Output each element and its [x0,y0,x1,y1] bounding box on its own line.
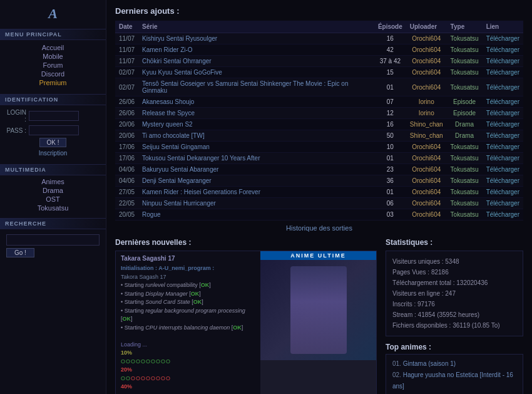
cell-date: 02/07 [115,67,138,78]
table-row: 20/06 Mystery queen S2 16 Shino_chan Dra… [115,119,523,130]
cell-uploader: Iorino [406,96,447,108]
cell-serie: Release the Spyce [138,108,374,119]
col-type: Type [447,21,483,33]
cell-lien: Télécharger [483,33,523,44]
serie-link[interactable]: Bakuryuu Sentai Abaranger [142,166,218,173]
cell-uploader: Orochi604 [406,78,447,96]
nav-mobile[interactable]: Mobile [43,53,63,60]
search-input[interactable] [6,234,100,246]
serie-link[interactable]: Akanesasu Shoujo [142,98,194,105]
go-button[interactable]: Go ! [6,248,34,257]
cell-serie: Kamen Rider : Heisei Generations Forever [138,187,374,198]
table-row: 22/05 Ninpuu Sentai Hurricanger 06 Oroch… [115,198,523,209]
serie-link[interactable]: Tokusou Sentai Dekaranger 10 Years After [142,155,260,162]
cell-date: 20/06 [115,130,138,142]
telecharger-link[interactable]: Télécharger [486,155,519,162]
telecharger-link[interactable]: Télécharger [486,84,519,91]
cell-episode: 01 [374,153,406,164]
serie-link[interactable]: Mystery queen S2 [142,121,193,128]
nav-links: Accueil Mobile Forum Discord Premium [0,40,106,90]
serie-link[interactable]: Kishiryu Sentai Ryusoulger [142,35,217,42]
serie-link[interactable]: Tensô Sentai Goseiger vs Samurai Sentai … [142,80,348,94]
historique-link[interactable]: Historique des sorties [286,224,352,232]
telecharger-link[interactable]: Télécharger [486,143,519,150]
search-section: Go ! [0,229,106,260]
telecharger-link[interactable]: Télécharger [486,166,519,173]
stats-section: Statistiques : Visiteurs uniques : 5348 … [386,238,523,394]
login-row: LOGIN : [6,109,100,123]
historique-link-wrapper: Historique des sorties [115,224,523,232]
cell-date: 26/06 [115,96,138,108]
telecharger-link[interactable]: Télécharger [486,121,519,128]
pass-row: PASS : [6,125,100,135]
serie-link[interactable]: Chōkiri Sentai Ohrranger [142,58,212,65]
cell-lien: Télécharger [483,187,523,198]
cell-lien: Télécharger [483,130,523,142]
multimedia-tokusatsu[interactable]: Tokusatsu [38,204,69,212]
stat-stream: Stream : 41854 (35952 heures) [392,309,516,320]
serie-link[interactable]: Kamen Rider : Heisei Generations Forever [142,189,260,195]
telecharger-link[interactable]: Télécharger [486,58,519,65]
stat-visiteurs-uniques: Visiteurs uniques : 5348 [392,256,516,267]
cell-episode: 15 [374,67,406,78]
table-row: 11/07 Kishiryu Sentai Ryusoulger 16 Oroc… [115,33,523,44]
telecharger-link[interactable]: Télécharger [486,110,519,117]
serie-link[interactable]: Release the Spyce [142,110,195,117]
news-content: Initialisation : A-U_nemi_program : Tako… [121,264,255,391]
col-date: Date [115,21,138,33]
multimedia-ost[interactable]: OST [46,195,60,203]
cell-lien: Télécharger [483,164,523,175]
multimedia-links: Animes Drama OST Tokusatsu [0,175,106,214]
anime-figure [290,266,347,354]
news-title: Takara Sagashi 17 [121,255,255,262]
serie-link[interactable]: Seijuu Sentai Gingaman [142,143,210,150]
cell-type: Tokusatsu [447,33,483,44]
telecharger-link[interactable]: Télécharger [486,69,519,76]
serie-link[interactable]: Ninpuu Sentai Hurricanger [142,200,216,207]
news-box: Takara Sagashi 17 Initialisation : A-U_n… [115,251,377,394]
cell-date: 04/06 [115,175,138,187]
table-row: 26/06 Akanesasu Shoujo 07 Iorino Episode… [115,96,523,108]
cell-episode: 12 [374,108,406,119]
top-anime-link[interactable]: Gintama (saison 1) [403,360,456,367]
logo-area: A [0,0,106,25]
nav-premium[interactable]: Premium [39,79,66,86]
nav-forum[interactable]: Forum [43,61,63,69]
telecharger-link[interactable]: Télécharger [486,46,519,53]
nav-accueil[interactable]: Accueil [42,44,64,51]
serie-link[interactable]: Kamen Rider Zi-O [142,46,193,53]
ok-btn-wrapper: OK ! [6,138,100,147]
cell-episode: 50 [374,130,406,142]
ok-button[interactable]: OK ! [39,138,66,147]
cell-serie: Kamen Rider Zi-O [138,44,374,56]
cell-lien: Télécharger [483,142,523,153]
cell-episode: 16 [374,119,406,130]
telecharger-link[interactable]: Télécharger [486,189,519,195]
pass-input[interactable] [29,125,79,135]
telecharger-link[interactable]: Télécharger [486,211,519,218]
login-label: LOGIN : [6,109,26,123]
serie-link[interactable]: Denji Sentai Megaranger [142,177,212,184]
multimedia-animes[interactable]: Animes [41,178,64,185]
cell-uploader: Orochi604 [406,209,447,220]
serie-link[interactable]: Kyuu Kyuu Sentai GoGoFive [142,69,222,76]
serie-link[interactable]: Ti amo chocolate [TW] [142,132,205,139]
inscription-link[interactable]: Inscription [6,150,100,157]
multimedia-drama[interactable]: Drama [43,187,63,194]
nav-discord[interactable]: Discord [41,70,64,78]
login-input[interactable] [29,111,79,121]
telecharger-link[interactable]: Télécharger [486,177,519,184]
serie-link[interactable]: Rogue [142,211,160,218]
telecharger-link[interactable]: Télécharger [486,200,519,207]
top-anime-item: 01. Gintama (saison 1) [392,358,516,370]
cell-uploader: Orochi604 [406,56,447,67]
stat-telechargement: Téléchargement total : 132020436 [392,277,516,288]
cell-type: Tokusatsu [447,78,483,96]
telecharger-link[interactable]: Télécharger [486,98,519,105]
top-anime-link[interactable]: Hagure yuusha no Estetica [Interdit - 16… [392,371,513,390]
cell-lien: Télécharger [483,209,523,220]
cell-type: Tokusatsu [447,209,483,220]
telecharger-link[interactable]: Télécharger [486,132,519,139]
telecharger-link[interactable]: Télécharger [486,35,519,42]
cell-type: Tokusatsu [447,187,483,198]
